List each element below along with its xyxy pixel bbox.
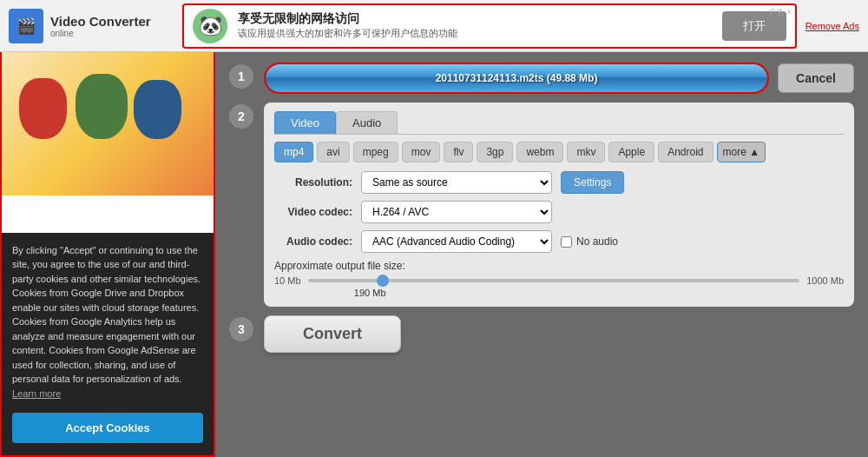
fmt-mkv[interactable]: mkv: [567, 142, 605, 162]
step3-row: 3 Convert: [229, 315, 854, 353]
video-codec-select[interactable]: H.264 / AVC: [361, 201, 552, 223]
ad-product-3: [134, 80, 181, 139]
no-audio-label: No audio: [576, 235, 618, 248]
fmt-apple[interactable]: Apple: [608, 142, 654, 162]
ad-product-2: [76, 74, 128, 139]
no-audio-checkbox[interactable]: [561, 236, 572, 248]
ad-icon: 🐼: [193, 9, 227, 43]
file-size-area: Approximate output file size: 10 Mb 1000…: [274, 260, 844, 298]
ad-text-block: 享受无限制的网络访问 该应用提供强大的加密和许多可保护用户信息的功能: [238, 11, 712, 40]
cookie-overlay: By clicking "Accept" or continuing to us…: [2, 233, 214, 456]
step1-content: 20110731124113.m2ts (49.88 Mb) Cancel: [264, 63, 854, 94]
step1-row: 1 20110731124113.m2ts (49.88 Mb) Cancel: [229, 63, 854, 94]
audio-codec-label: Audio codec:: [274, 235, 352, 248]
resolution-label: Resolution:: [274, 176, 352, 189]
accept-cookies-button[interactable]: Accept Cookies: [12, 413, 203, 443]
fmt-3gp[interactable]: 3gp: [477, 142, 513, 162]
step1-number: 1: [229, 64, 253, 89]
ad-product-1: [19, 78, 67, 139]
step3-content: Convert: [264, 315, 854, 353]
ad-label: 广告 ×: [769, 7, 792, 18]
resolution-select[interactable]: Same as source: [361, 171, 552, 194]
cookie-text: By clicking "Accept" or continuing to us…: [12, 243, 203, 401]
step3-number: 3: [229, 317, 253, 341]
fmt-avi[interactable]: avi: [317, 142, 349, 162]
slider-row: 10 Mb 1000 Mb: [274, 275, 844, 286]
step2-row: 2 Video Audio mp4 avi mpeg mov flv 3gp w…: [229, 103, 854, 307]
main-layout: 广告 × Gummy Multivitamins for Kids By cli…: [0, 52, 868, 457]
slider-value: 190 Mb: [354, 288, 844, 298]
fmt-mpeg[interactable]: mpeg: [353, 142, 398, 162]
fmt-more[interactable]: more ▲: [717, 142, 766, 162]
logo-area: 🎬 Video Converter online: [9, 9, 174, 43]
remove-ads-link[interactable]: Remove Ads: [806, 21, 859, 31]
video-codec-row: Video codec: H.264 / AVC: [274, 201, 844, 223]
slider-min: 10 Mb: [274, 275, 301, 286]
header: 🎬 Video Converter online 广告 × 🐼 享受无限制的网络…: [0, 0, 868, 52]
progress-text: 20110731124113.m2ts (49.88 Mb): [436, 72, 598, 84]
step2-content: Video Audio mp4 avi mpeg mov flv 3gp web…: [264, 103, 854, 307]
fmt-flv[interactable]: flv: [444, 142, 473, 162]
settings-button[interactable]: Settings: [561, 171, 624, 194]
ad-image-area: [2, 52, 214, 195]
logo-title: Video Converter: [50, 14, 151, 29]
fmt-mp4[interactable]: mp4: [274, 142, 313, 162]
fmt-android[interactable]: Android: [658, 142, 713, 162]
tab-audio[interactable]: Audio: [336, 111, 398, 134]
top-ad-banner: 广告 × 🐼 享受无限制的网络访问 该应用提供强大的加密和许多可保护用户信息的功…: [182, 3, 797, 49]
tab-video[interactable]: Video: [274, 111, 336, 134]
right-panel: 1 20110731124113.m2ts (49.88 Mb) Cancel …: [215, 52, 868, 457]
fmt-mov[interactable]: mov: [402, 142, 441, 162]
convert-button[interactable]: Convert: [264, 315, 401, 353]
file-size-label: Approximate output file size:: [274, 260, 844, 272]
ad-subtitle: 该应用提供强大的加密和许多可保护用户信息的功能: [238, 27, 712, 40]
step2-number: 2: [229, 104, 253, 129]
audio-codec-row: Audio codec: AAC (Advanced Audio Coding)…: [274, 230, 844, 253]
audio-codec-select[interactable]: AAC (Advanced Audio Coding): [361, 230, 552, 253]
cancel-button[interactable]: Cancel: [778, 63, 854, 93]
slider-thumb[interactable]: [377, 275, 389, 287]
progress-bar-container: 20110731124113.m2ts (49.88 Mb): [264, 63, 769, 94]
fmt-webm[interactable]: webm: [516, 142, 563, 162]
logo-sub: online: [50, 29, 151, 38]
left-ad-panel: 广告 × Gummy Multivitamins for Kids By cli…: [0, 52, 215, 457]
video-codec-label: Video codec:: [274, 206, 352, 218]
learn-more-link[interactable]: Learn more: [12, 388, 61, 399]
resolution-row: Resolution: Same as source Settings: [274, 171, 844, 194]
logo-icon: 🎬: [9, 9, 43, 43]
no-audio-area: No audio: [561, 235, 618, 248]
format-buttons: mp4 avi mpeg mov flv 3gp webm mkv Apple …: [274, 142, 844, 162]
slider-max: 1000 Mb: [806, 275, 844, 286]
slider-track[interactable]: [308, 279, 800, 282]
ad-title: 享受无限制的网络访问: [238, 11, 712, 27]
format-tabs: Video Audio: [274, 111, 844, 135]
product-title: Gummy Multivitamins for Kids: [12, 204, 203, 235]
